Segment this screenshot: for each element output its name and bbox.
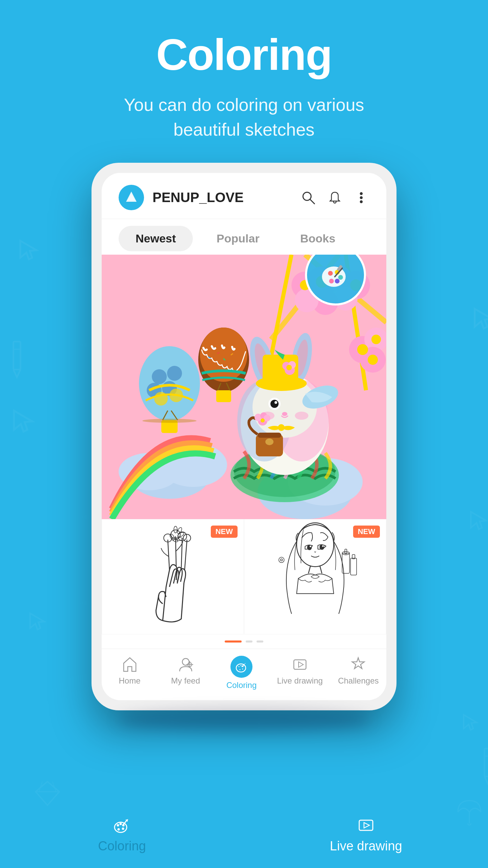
livedrawing-icon [291, 656, 309, 673]
svg-point-95 [265, 438, 273, 445]
nav-myfeed[interactable]: My feed [165, 656, 206, 690]
svg-point-118 [320, 545, 324, 550]
svg-point-83 [274, 401, 277, 404]
app-logo [119, 185, 144, 210]
svg-point-139 [239, 669, 241, 670]
more-icon[interactable] [353, 190, 369, 206]
svg-point-129 [281, 559, 283, 561]
svg-point-16 [328, 271, 333, 276]
phone-frame: PENUP_LOVE [92, 163, 396, 710]
search-icon[interactable] [300, 190, 317, 206]
svg-point-18 [338, 275, 343, 280]
home-icon [121, 656, 139, 673]
svg-point-119 [310, 546, 311, 547]
svg-point-145 [120, 823, 122, 825]
svg-point-86 [295, 412, 308, 420]
svg-line-121 [308, 566, 310, 573]
svg-point-144 [117, 824, 119, 826]
header: Coloring You can do coloring on various … [0, 0, 488, 142]
svg-point-136 [240, 665, 242, 666]
svg-point-69 [368, 355, 378, 365]
page-title: Coloring [0, 31, 488, 79]
notification-icon[interactable] [327, 190, 343, 206]
svg-point-30 [152, 369, 167, 384]
svg-rect-141 [294, 660, 306, 669]
main-coloring-image [102, 255, 386, 519]
svg-point-67 [357, 344, 368, 355]
new-badge-2: NEW [353, 526, 380, 538]
nav-livedrawing[interactable]: Live drawing [277, 656, 323, 690]
svg-point-128 [279, 557, 284, 563]
svg-point-20 [329, 279, 334, 283]
sketch-item-anime[interactable]: NEW [244, 519, 386, 634]
phone-screen: PENUP_LOVE [102, 173, 386, 700]
nav-myfeed-label: My feed [171, 676, 200, 686]
svg-point-148 [118, 828, 120, 830]
svg-line-102 [168, 540, 169, 570]
nav-challenges[interactable]: Challenges [338, 656, 379, 690]
tab-newest[interactable]: Newest [119, 226, 193, 251]
svg-line-11 [310, 199, 314, 204]
svg-point-68 [371, 335, 381, 344]
nav-challenges-label: Challenges [338, 676, 379, 686]
svg-point-96 [278, 424, 285, 431]
svg-line-5 [39, 782, 42, 792]
page-bottom-tabs: Coloring Live drawing [0, 800, 488, 868]
svg-rect-126 [350, 558, 357, 575]
svg-point-12 [360, 193, 362, 195]
svg-line-104 [181, 538, 182, 568]
svg-rect-94 [258, 433, 281, 438]
svg-point-82 [270, 400, 279, 408]
nav-home[interactable]: Home [109, 656, 150, 690]
app-bar-actions [300, 190, 369, 206]
svg-point-120 [322, 545, 324, 547]
svg-marker-142 [299, 662, 303, 667]
svg-rect-0 [14, 342, 21, 370]
bottom-navigation: Home My feed [102, 649, 386, 700]
svg-point-115 [169, 533, 176, 541]
bottom-tab-livedrawing[interactable]: Live drawing [324, 815, 408, 853]
app-bar: PENUP_LOVE [102, 173, 386, 219]
svg-marker-151 [364, 823, 369, 828]
nav-coloring[interactable]: Coloring [221, 656, 262, 690]
bottom-tab-coloring-label: Coloring [98, 839, 146, 853]
svg-line-122 [320, 566, 322, 573]
sketch-item-flowers[interactable]: NEW [102, 519, 244, 634]
tab-books[interactable]: Books [283, 226, 352, 251]
tab-bar: Newest Popular Books [102, 219, 386, 255]
svg-point-13 [360, 197, 362, 199]
svg-rect-46 [216, 390, 231, 402]
svg-point-19 [335, 279, 340, 283]
svg-line-6 [53, 782, 56, 792]
challenges-icon [349, 656, 367, 673]
myfeed-icon [177, 656, 195, 673]
svg-rect-150 [359, 820, 373, 830]
svg-point-31 [167, 366, 182, 381]
svg-rect-2 [485, 749, 488, 777]
new-badge-1: NEW [211, 526, 238, 538]
bottom-tab-livedrawing-label: Live drawing [330, 839, 402, 853]
nav-coloring-label: Coloring [226, 680, 257, 690]
svg-point-92 [286, 365, 292, 370]
app-name: PENUP_LOVE [152, 190, 300, 205]
svg-point-135 [238, 666, 240, 667]
nav-home-label: Home [119, 676, 141, 686]
svg-point-14 [360, 201, 362, 203]
svg-point-110 [174, 526, 177, 533]
sketches-row: NEW [102, 519, 386, 634]
coloring-icon [235, 660, 248, 673]
svg-point-117 [307, 545, 312, 550]
svg-point-147 [122, 827, 124, 830]
tab-popular[interactable]: Popular [200, 226, 277, 251]
page-subtitle: You can do coloring on various beautiful… [0, 93, 488, 142]
coloring-active-bg [230, 656, 252, 678]
svg-point-84 [282, 412, 287, 416]
bottom-tab-coloring[interactable]: Coloring [80, 815, 164, 853]
svg-point-138 [242, 668, 243, 670]
svg-point-101 [261, 418, 265, 422]
svg-point-39 [142, 419, 197, 423]
svg-line-105 [185, 540, 187, 570]
nav-livedrawing-label: Live drawing [277, 676, 323, 686]
phone-mockup: PENUP_LOVE [92, 163, 396, 710]
